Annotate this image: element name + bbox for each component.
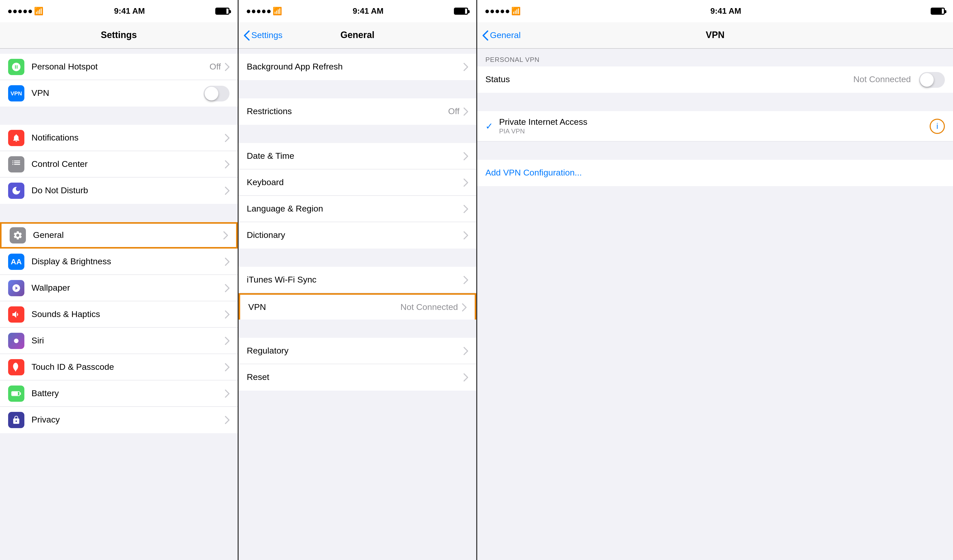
display-brightness-label: Display & Brightness xyxy=(31,257,225,266)
notifications-label: Notifications xyxy=(31,133,225,143)
section-bg-refresh: Background App Refresh xyxy=(239,54,476,80)
vpn-label-1: VPN xyxy=(31,88,203,98)
sep-bottom xyxy=(239,391,476,409)
section-vpn-status: Status Not Connected xyxy=(477,67,953,93)
vpn-status-toggle[interactable] xyxy=(919,72,945,88)
svg-rect-3 xyxy=(20,392,21,394)
battery-label: Battery xyxy=(31,388,225,398)
list-item-vpn-status[interactable]: Status Not Connected xyxy=(477,67,953,93)
chevron-icon xyxy=(462,303,467,311)
list-item-siri[interactable]: Siri xyxy=(0,328,237,354)
signal-dot xyxy=(267,9,271,13)
list-item-general[interactable]: General xyxy=(0,222,237,249)
list-item-control-center[interactable]: Control Center xyxy=(0,151,237,178)
vpn-text-icon: VPN xyxy=(11,90,22,96)
list-item-reset[interactable]: Reset xyxy=(239,364,476,391)
vpn-general-value: Not Connected xyxy=(400,302,458,312)
chevron-icon xyxy=(464,347,468,355)
chevron-icon xyxy=(464,231,468,240)
list-item-add-vpn[interactable]: Add VPN Configuration... xyxy=(477,160,953,186)
bg-refresh-label: Background App Refresh xyxy=(247,62,464,72)
back-chevron-icon xyxy=(244,30,250,40)
nav-title-general: General xyxy=(340,30,374,40)
sep xyxy=(239,80,476,98)
list-item-sounds-haptics[interactable]: Sounds & Haptics xyxy=(0,301,237,328)
list-item-date-time[interactable]: Date & Time xyxy=(239,143,476,169)
status-right-1 xyxy=(215,8,230,15)
vpn-toggle[interactable] xyxy=(203,85,230,101)
restrictions-value: Off xyxy=(448,107,459,117)
list-item-restrictions[interactable]: Restrictions Off xyxy=(239,98,476,125)
vpn-status-value: Not Connected xyxy=(853,74,911,85)
control-center-label: Control Center xyxy=(31,159,225,169)
sep3 xyxy=(0,204,237,222)
list-item-vpn-1[interactable]: VPN VPN xyxy=(0,80,237,107)
section-network: Personal Hotspot Off VPN VPN xyxy=(0,54,237,107)
signal-dot xyxy=(257,9,261,13)
signal-dot xyxy=(247,9,250,13)
list-item-notifications[interactable]: Notifications xyxy=(0,125,237,151)
chevron-icon xyxy=(224,231,228,240)
touch-id-icon xyxy=(8,359,24,375)
clock-3: 9:41 AM xyxy=(710,6,741,16)
list-item-keyboard[interactable]: Keyboard xyxy=(239,169,476,196)
list-item-wallpaper[interactable]: Wallpaper xyxy=(0,275,237,301)
itunes-wifi-label: iTunes Wi-Fi Sync xyxy=(247,275,464,285)
section-system: Notifications Control Center xyxy=(0,125,237,204)
personal-hotspot-label: Personal Hotspot xyxy=(31,62,210,72)
list-item-vpn-general[interactable]: VPN Not Connected xyxy=(239,293,476,320)
list-item-regulatory[interactable]: Regulatory xyxy=(239,338,476,364)
list-item-privacy[interactable]: Privacy xyxy=(0,407,237,433)
chevron-icon xyxy=(464,108,468,116)
chevron-icon xyxy=(464,205,468,213)
chevron-icon xyxy=(225,284,230,292)
sep xyxy=(239,125,476,143)
signal-dot xyxy=(506,9,509,13)
signal-dot xyxy=(490,9,494,13)
general-icon xyxy=(10,227,26,243)
list-item-touch-id[interactable]: Touch ID & Passcode xyxy=(0,354,237,381)
battery-fill-1 xyxy=(216,9,227,14)
wallpaper-label: Wallpaper xyxy=(31,283,225,293)
chevron-icon xyxy=(225,337,230,345)
signal-dot xyxy=(252,9,255,13)
keyboard-label: Keyboard xyxy=(247,177,464,187)
section-datetime: Date & Time Keyboard Language & Region D… xyxy=(239,143,476,249)
sounds-haptics-label: Sounds & Haptics xyxy=(31,309,225,319)
section-restrictions: Restrictions Off xyxy=(239,98,476,125)
sep xyxy=(239,49,476,54)
nav-bar-1: Settings xyxy=(0,22,237,49)
vpn-config-sublabel: PIA VPN xyxy=(499,127,930,135)
vpn-config-info: Private Internet Access PIA VPN xyxy=(499,117,930,135)
list-item-itunes-wifi[interactable]: iTunes Wi-Fi Sync xyxy=(239,267,476,293)
language-region-label: Language & Region xyxy=(247,204,464,214)
panel-vpn: 📶 9:41 AM General VPN PERSONAL VPN Statu… xyxy=(477,0,953,560)
vpn-general-label: VPN xyxy=(248,302,400,312)
privacy-icon xyxy=(8,412,24,428)
list-item-battery[interactable]: Battery xyxy=(0,381,237,407)
siri-icon xyxy=(8,333,24,349)
control-center-icon xyxy=(8,156,24,172)
sep-bottom xyxy=(0,433,237,452)
signal-dot xyxy=(501,9,504,13)
list-item-language-region[interactable]: Language & Region xyxy=(239,196,476,222)
list-item-dictionary[interactable]: Dictionary xyxy=(239,222,476,249)
list-item-bg-refresh[interactable]: Background App Refresh xyxy=(239,54,476,80)
status-bar-3: 📶 9:41 AM xyxy=(477,0,953,22)
list-item-private-internet-access[interactable]: ✓ Private Internet Access PIA VPN i xyxy=(477,111,953,142)
chevron-icon xyxy=(225,363,230,371)
chevron-icon xyxy=(225,63,230,71)
nav-title-vpn: VPN xyxy=(706,30,725,40)
vpn-info-button[interactable]: i xyxy=(930,118,945,134)
list-item-do-not-disturb[interactable]: Do Not Disturb xyxy=(0,178,237,204)
battery-fill-3 xyxy=(932,9,942,14)
list-item-display-brightness[interactable]: AA Display & Brightness xyxy=(0,249,237,275)
signal-dots-2 xyxy=(247,9,271,13)
list-item-personal-hotspot[interactable]: Personal Hotspot Off xyxy=(0,54,237,80)
restrictions-label: Restrictions xyxy=(247,107,448,117)
back-button-settings[interactable]: Settings xyxy=(244,30,282,40)
back-button-general[interactable]: General xyxy=(482,30,521,40)
battery-icon-1 xyxy=(215,8,230,15)
chevron-icon xyxy=(464,63,468,71)
status-bar-2: 📶 9:41 AM xyxy=(239,0,476,22)
